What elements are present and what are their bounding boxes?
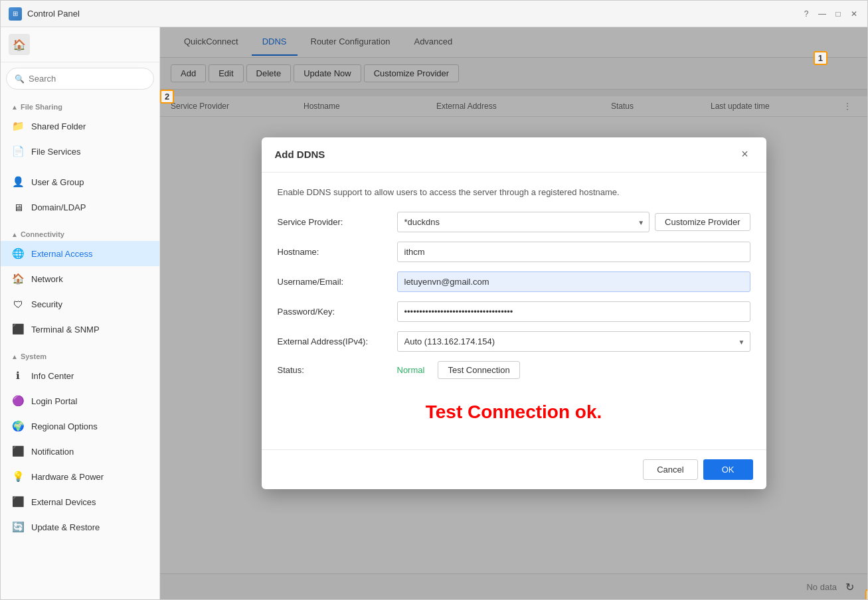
external-devices-icon: ⬛ bbox=[11, 495, 25, 508]
external-address-field: Auto (113.162.174.154) bbox=[397, 331, 750, 352]
service-provider-select-wrapper[interactable]: *duckdns bbox=[397, 212, 650, 232]
sidebar-item-file-services[interactable]: 📄 File Services bbox=[1, 139, 159, 164]
connectivity-header[interactable]: ▲ Connectivity bbox=[1, 225, 159, 241]
file-sharing-header[interactable]: ▲ File Sharing bbox=[1, 98, 159, 113]
sidebar-item-user-group[interactable]: 👤 User & Group bbox=[1, 169, 159, 194]
sidebar-item-network[interactable]: 🏠 Network bbox=[1, 266, 159, 291]
terminal-snmp-icon: ⬛ bbox=[11, 323, 25, 336]
modal-customize-provider-button[interactable]: Customize Provider bbox=[655, 213, 750, 231]
connectivity-label: Connectivity bbox=[21, 230, 64, 238]
status-field: Normal Test Connection bbox=[397, 361, 750, 379]
sidebar-item-regional-options-label: Regional Options bbox=[31, 421, 98, 431]
title-bar: ⊞ Control Panel ? — □ ✕ bbox=[1, 1, 867, 27]
username-email-input[interactable] bbox=[397, 271, 750, 292]
password-key-label: Password/Key: bbox=[278, 307, 397, 317]
maximize-button[interactable]: □ bbox=[833, 9, 843, 19]
user-group-icon: 👤 bbox=[11, 175, 25, 188]
sidebar-item-shared-folder[interactable]: 📁 Shared Folder bbox=[1, 113, 159, 139]
notification-icon: ⬛ bbox=[11, 445, 25, 458]
file-services-icon: 📄 bbox=[11, 145, 25, 158]
sidebar-item-hardware-power[interactable]: 💡 Hardware & Power bbox=[1, 464, 159, 489]
external-address-select[interactable]: Auto (113.162.174.154) bbox=[397, 331, 750, 352]
modal-close-button[interactable]: × bbox=[737, 147, 753, 163]
service-provider-field: *duckdns Customize Provider bbox=[397, 212, 750, 232]
app-icon: ⊞ bbox=[9, 7, 22, 21]
hostname-label: Hostname: bbox=[278, 247, 397, 257]
sidebar-item-external-devices-label: External Devices bbox=[31, 497, 96, 507]
system-header[interactable]: ▲ System bbox=[1, 347, 159, 363]
status-value: Normal bbox=[397, 365, 425, 375]
search-icon: 🔍 bbox=[15, 74, 25, 84]
user-section: 👤 User & Group 🖥 Domain/LDAP bbox=[1, 167, 159, 222]
username-email-field bbox=[397, 271, 750, 292]
sidebar-item-security[interactable]: 🛡 Security bbox=[1, 291, 159, 317]
sidebar-item-network-label: Network bbox=[31, 274, 63, 284]
password-key-input[interactable] bbox=[397, 301, 750, 322]
network-icon: 🏠 bbox=[11, 272, 25, 285]
close-button[interactable]: ✕ bbox=[849, 9, 859, 19]
sidebar-item-security-label: Security bbox=[31, 299, 62, 309]
cancel-button[interactable]: Cancel bbox=[643, 459, 697, 480]
annotation-2: 2 bbox=[160, 90, 174, 104]
sidebar-item-external-devices[interactable]: ⬛ External Devices bbox=[1, 489, 159, 514]
modal-title: Add DDNS bbox=[275, 149, 325, 160]
sidebar-home: 🏠 bbox=[1, 27, 159, 62]
external-address-label: External Address(IPv4): bbox=[278, 337, 397, 346]
chevron-icon: ▲ bbox=[11, 104, 18, 111]
connectivity-section: ▲ Connectivity 🌐 External Access 🏠 Netwo… bbox=[1, 222, 159, 344]
info-center-icon: ℹ bbox=[11, 369, 25, 382]
sidebar-item-regional-options[interactable]: 🌍 Regional Options bbox=[1, 413, 159, 439]
search-box[interactable]: 🔍 bbox=[6, 68, 154, 90]
hardware-power-icon: 💡 bbox=[11, 470, 25, 483]
service-provider-select[interactable]: *duckdns bbox=[397, 212, 650, 232]
add-ddns-modal: Add DDNS × Enable DDNS support to allow … bbox=[262, 137, 766, 490]
file-sharing-section: ▲ File Sharing 📁 Shared Folder 📄 File Se… bbox=[1, 95, 159, 167]
service-provider-label: Service Provider: bbox=[278, 217, 397, 227]
modal-footer: Cancel OK 3 bbox=[262, 449, 766, 489]
window-controls: ? — □ ✕ bbox=[801, 9, 859, 19]
help-button[interactable]: ? bbox=[801, 9, 812, 19]
test-connection-button[interactable]: Test Connection bbox=[438, 361, 519, 379]
sidebar-item-external-access-label: External Access bbox=[31, 249, 93, 259]
search-input[interactable] bbox=[29, 74, 145, 84]
test-result: Test Connection ok. bbox=[278, 388, 750, 436]
sidebar-item-login-portal[interactable]: 🟣 Login Portal bbox=[1, 388, 159, 413]
system-chevron-icon: ▲ bbox=[11, 353, 18, 360]
ok-button[interactable]: OK bbox=[703, 459, 753, 480]
sidebar-item-external-access[interactable]: 🌐 External Access bbox=[1, 241, 159, 266]
login-portal-icon: 🟣 bbox=[11, 394, 25, 408]
security-icon: 🛡 bbox=[11, 297, 25, 311]
minimize-button[interactable]: — bbox=[817, 9, 827, 19]
system-label: System bbox=[21, 352, 46, 360]
main-panel: QuickConnect DDNS Router Configuration A… bbox=[160, 27, 867, 599]
hostname-row: Hostname: bbox=[278, 242, 750, 262]
annotation-1: 1 bbox=[814, 51, 827, 65]
external-access-icon: 🌐 bbox=[11, 247, 25, 260]
sidebar-item-file-services-label: File Services bbox=[31, 147, 80, 157]
connectivity-chevron-icon: ▲ bbox=[11, 231, 18, 238]
sidebar-item-terminal-snmp-label: Terminal & SNMP bbox=[31, 325, 100, 335]
hostname-field bbox=[397, 242, 750, 262]
home-button[interactable]: 🏠 bbox=[9, 34, 30, 55]
sidebar-item-update-restore-label: Update & Restore bbox=[31, 522, 100, 532]
sidebar-item-domain-ldap[interactable]: 🖥 Domain/LDAP bbox=[1, 194, 159, 220]
username-email-row: Username/Email: bbox=[278, 271, 750, 292]
shared-folder-icon: 📁 bbox=[11, 119, 25, 133]
status-label: Status: bbox=[278, 365, 397, 375]
sidebar-item-info-center[interactable]: ℹ Info Center bbox=[1, 363, 159, 388]
external-address-select-wrapper[interactable]: Auto (113.162.174.154) bbox=[397, 331, 750, 352]
sidebar-item-notification-label: Notification bbox=[31, 447, 74, 457]
status-row: Status: Normal Test Connection bbox=[278, 361, 750, 379]
password-key-field bbox=[397, 301, 750, 322]
sidebar-item-notification[interactable]: ⬛ Notification bbox=[1, 439, 159, 464]
system-section: ▲ System ℹ Info Center 🟣 Login Portal 🌍 … bbox=[1, 344, 159, 542]
file-sharing-label: File Sharing bbox=[21, 103, 62, 111]
regional-options-icon: 🌍 bbox=[11, 419, 25, 433]
sidebar-item-update-restore[interactable]: 🔄 Update & Restore bbox=[1, 514, 159, 540]
domain-ldap-icon: 🖥 bbox=[11, 200, 25, 214]
sidebar-item-user-group-label: User & Group bbox=[31, 177, 84, 187]
hostname-input[interactable] bbox=[397, 242, 750, 262]
modal-body: Enable DDNS support to allow users to ac… bbox=[262, 173, 766, 450]
sidebar-item-info-center-label: Info Center bbox=[31, 371, 74, 381]
sidebar-item-terminal-snmp[interactable]: ⬛ Terminal & SNMP bbox=[1, 317, 159, 342]
